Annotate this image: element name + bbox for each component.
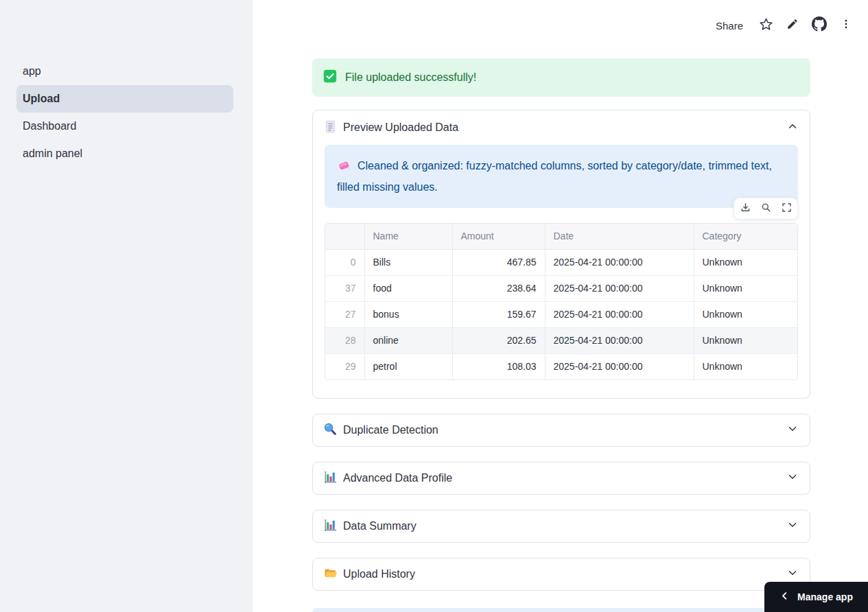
check-mark-button-icon: [323, 69, 337, 86]
sidebar-item-label: admin panel: [23, 148, 82, 160]
chevron-left-icon: [779, 591, 790, 603]
search-icon: [760, 202, 772, 216]
fullscreen-button[interactable]: [777, 200, 796, 217]
expander-title: Preview Uploaded Data: [343, 121, 780, 134]
cell-amount[interactable]: 238.64: [452, 275, 545, 301]
cell-index[interactable]: 27: [325, 301, 364, 327]
cell-date[interactable]: 2025-04-21 00:00:00: [545, 249, 694, 275]
cell-index[interactable]: 0: [325, 249, 364, 275]
sidebar-item-label: Upload: [23, 93, 60, 105]
column-header-category[interactable]: Category: [694, 224, 798, 249]
cell-name[interactable]: petrol: [364, 353, 452, 379]
bar-chart-icon: [324, 519, 337, 534]
cleaning-info-box: Cleaned & organized: fuzzy-matched colum…: [325, 145, 798, 208]
table-row: 37 food 238.64 2025-04-21 00:00:00 Unkno…: [325, 275, 798, 301]
cleaning-info-text: Cleaned & organized: fuzzy-matched colum…: [337, 160, 772, 193]
github-button[interactable]: [808, 14, 830, 36]
dataframe: Name Amount Date Category 0 Bills 467.85…: [325, 223, 798, 380]
cell-name[interactable]: Bills: [364, 249, 452, 275]
fullscreen-icon: [781, 202, 793, 216]
cell-amount[interactable]: 108.03: [452, 353, 545, 379]
soap-icon: [337, 158, 351, 178]
column-header-index[interactable]: [325, 224, 364, 249]
column-header-amount[interactable]: Amount: [452, 224, 545, 249]
github-icon: [812, 16, 827, 34]
expander-title: Data Summary: [343, 520, 780, 532]
chevron-down-icon: [786, 519, 799, 534]
cell-category[interactable]: Unknown: [694, 275, 798, 301]
cell-name[interactable]: food: [364, 275, 452, 301]
sidebar-item-app[interactable]: app: [16, 58, 233, 85]
chevron-down-icon: [786, 567, 799, 582]
kebab-menu-icon: [840, 18, 852, 33]
preview-uploaded-data-expander: Preview Uploaded Data: [312, 110, 810, 399]
overflow-menu-button[interactable]: [835, 14, 857, 36]
chevron-down-icon: [786, 471, 799, 486]
cell-name[interactable]: bonus: [364, 301, 452, 327]
table-header-row: Name Amount Date Category: [325, 224, 798, 249]
table-row: 0 Bills 467.85 2025-04-21 00:00:00 Unkno…: [325, 249, 798, 275]
preview-expander-header[interactable]: Preview Uploaded Data: [313, 110, 810, 145]
info-box-partial: [312, 608, 810, 612]
main-content: File uploaded successfully! Preview Uplo…: [312, 0, 810, 612]
download-button[interactable]: [736, 200, 755, 217]
expander-title: Advanced Data Profile: [343, 472, 780, 484]
magnifier-icon: [324, 423, 337, 438]
sidebar-item-label: app: [23, 65, 41, 78]
cell-category[interactable]: Unknown: [694, 301, 798, 327]
search-button[interactable]: [756, 200, 775, 217]
chevron-down-icon: [786, 423, 799, 438]
sidebar-nav: app Upload Dashboard admin panel: [16, 58, 233, 167]
advanced-data-profile-expander[interactable]: Advanced Data Profile: [312, 462, 810, 495]
success-message: File uploaded successfully!: [345, 71, 476, 84]
sidebar-item-label: Dashboard: [23, 120, 76, 132]
table-row: 27 bonus 159.67 2025-04-21 00:00:00 Unkn…: [325, 301, 798, 327]
cell-category[interactable]: Unknown: [694, 353, 798, 379]
cell-index[interactable]: 37: [325, 275, 364, 301]
dataframe-grid: Name Amount Date Category 0 Bills 467.85…: [325, 223, 798, 380]
cell-name[interactable]: online: [364, 327, 452, 353]
column-header-date[interactable]: Date: [545, 224, 694, 249]
cell-category[interactable]: Unknown: [694, 249, 798, 275]
cell-date[interactable]: 2025-04-21 00:00:00: [545, 301, 694, 327]
table-row: 29 petrol 108.03 2025-04-21 00:00:00 Unk…: [325, 353, 798, 379]
chevron-up-icon: [786, 120, 799, 135]
duplicate-detection-expander[interactable]: Duplicate Detection: [312, 414, 810, 447]
preview-expander-body: Cleaned & organized: fuzzy-matched colum…: [313, 145, 810, 398]
cell-amount[interactable]: 467.85: [452, 249, 545, 275]
success-banner: File uploaded successfully!: [312, 58, 810, 97]
app-window: app Upload Dashboard admin panel Share: [0, 0, 868, 612]
cell-date[interactable]: 2025-04-21 00:00:00: [545, 353, 694, 379]
data-summary-expander[interactable]: Data Summary: [312, 510, 810, 543]
column-header-name[interactable]: Name: [364, 224, 452, 249]
sidebar-item-dashboard[interactable]: Dashboard: [16, 113, 233, 140]
manage-app-label: Manage app: [797, 591, 853, 602]
manage-app-button[interactable]: Manage app: [764, 582, 868, 612]
open-folder-icon: [324, 567, 337, 582]
cell-index[interactable]: 28: [325, 327, 364, 353]
sidebar-item-admin-panel[interactable]: admin panel: [16, 140, 233, 167]
cell-amount[interactable]: 202.65: [452, 327, 545, 353]
dataframe-toolbar: [734, 198, 798, 220]
bar-chart-icon: [324, 471, 337, 486]
sidebar: app Upload Dashboard admin panel: [0, 0, 253, 612]
cell-index[interactable]: 29: [325, 353, 364, 379]
cell-category[interactable]: Unknown: [694, 327, 798, 353]
table-row: 28 online 202.65 2025-04-21 00:00:00 Unk…: [325, 327, 798, 353]
cell-date[interactable]: 2025-04-21 00:00:00: [545, 275, 694, 301]
page-document-icon: [324, 120, 337, 136]
upload-history-expander[interactable]: Upload History: [312, 558, 810, 591]
download-icon: [740, 202, 751, 216]
expander-title: Duplicate Detection: [343, 424, 780, 436]
cell-amount[interactable]: 159.67: [452, 301, 545, 327]
cell-date[interactable]: 2025-04-21 00:00:00: [545, 327, 694, 353]
expander-title: Upload History: [343, 568, 780, 580]
sidebar-item-upload[interactable]: Upload: [16, 85, 233, 113]
